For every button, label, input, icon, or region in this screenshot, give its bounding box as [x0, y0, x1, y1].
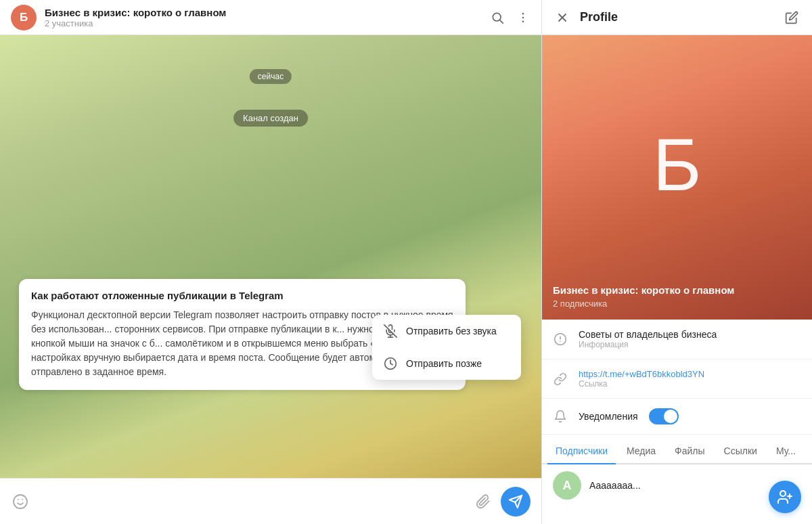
subscriber-avatar: А: [553, 471, 581, 500]
profile-name: Бизнес в кризис: коротко о главном: [553, 283, 801, 297]
svg-point-4: [522, 20, 524, 22]
info-link-sub: Ссылка: [579, 379, 801, 389]
system-time-message: сейчас: [250, 69, 292, 84]
search-icon[interactable]: [490, 10, 505, 25]
info-description-content: Советы от владельцев бизнеса Информация: [579, 329, 801, 349]
send-later-label: Отправить позже: [406, 358, 482, 369]
svg-line-1: [500, 20, 503, 23]
add-subscriber-fab[interactable]: [769, 481, 801, 513]
tab-media[interactable]: Медиа: [618, 439, 664, 464]
chat-background: сейчас Канал создан Как работают отложен…: [0, 35, 541, 478]
context-menu: Отправить без звука Отправить позже: [372, 315, 521, 380]
tab-more[interactable]: Му...: [768, 439, 804, 464]
subscribers-list: А Аааааааа...: [542, 464, 812, 524]
info-item-link: https://t.me/+wBdT6bkkobld3YN Ссылка: [542, 359, 812, 399]
svg-point-3: [522, 16, 524, 18]
chat-input-area: [0, 478, 541, 524]
link-icon: [553, 372, 568, 387]
info-description-sub: Информация: [579, 340, 801, 349]
chat-avatar[interactable]: Б: [11, 5, 37, 30]
chat-panel: Б Бизнес в кризис: коротко о главном 2 у…: [0, 0, 541, 524]
mute-icon: [383, 324, 398, 339]
profile-info: Советы от владельцев бизнеса Информация …: [542, 320, 812, 435]
tab-subscribers[interactable]: Подписчики: [547, 439, 616, 464]
svg-point-19: [780, 491, 786, 496]
profile-header: Profile: [542, 0, 812, 35]
message-input[interactable]: [38, 483, 466, 519]
more-icon[interactable]: [516, 10, 531, 25]
info-description-text: Советы от владельцев бизнеса: [579, 329, 801, 340]
svg-point-2: [522, 12, 524, 14]
subscriber-name: Аааааааа...: [589, 480, 641, 491]
header-actions: [490, 10, 531, 25]
profile-members: 2 подписчика: [553, 299, 801, 309]
avatar-letter: Б: [20, 11, 28, 24]
info-item-notifications: Уведомления: [542, 399, 812, 435]
chat-subtitle: 2 участника: [45, 18, 482, 28]
info-link-content: https://t.me/+wBdT6bkkobld3YN Ссылка: [579, 369, 801, 389]
subscriber-avatar-letter: А: [563, 479, 572, 493]
chat-bg-gradient: [0, 35, 541, 478]
emoji-button[interactable]: [11, 492, 30, 511]
send-silent-label: Отправить без звука: [406, 326, 497, 336]
attach-button[interactable]: [474, 492, 493, 511]
info-item-description: Советы от владельцев бизнеса Информация: [542, 320, 812, 359]
profile-title: Profile: [580, 10, 774, 24]
channel-created-message: Канал создан: [233, 110, 308, 127]
send-later-item[interactable]: Отправить позже: [372, 347, 521, 380]
info-circle-icon: [553, 332, 568, 347]
bell-icon: [553, 409, 568, 424]
message-title: Как работают отложенные публикации в Tel…: [31, 290, 453, 301]
profile-avatar-letter: Б: [652, 121, 701, 207]
profile-tabs: Подписчики Медиа Файлы Ссылки Му...: [542, 435, 812, 464]
chat-title: Бизнес в кризис: коротко о главном: [45, 7, 369, 18]
notifications-label: Уведомления: [579, 411, 638, 422]
svg-point-9: [14, 495, 27, 508]
send-button[interactable]: [501, 487, 531, 517]
edit-button[interactable]: [782, 8, 801, 27]
close-button[interactable]: [553, 8, 572, 27]
profile-avatar-section: Б Бизнес в кризис: коротко о главном 2 п…: [542, 35, 812, 320]
clock-icon: [383, 356, 398, 371]
chat-header: Б Бизнес в кризис: коротко о главном 2 у…: [0, 0, 541, 35]
chat-info: Бизнес в кризис: коротко о главном 2 уча…: [45, 7, 482, 28]
info-link-text[interactable]: https://t.me/+wBdT6bkkobld3YN: [579, 369, 801, 379]
notifications-toggle[interactable]: [649, 408, 679, 424]
tab-links[interactable]: Ссылки: [716, 439, 765, 464]
profile-panel: Profile Б Бизнес в кризис: коротко о гла…: [541, 0, 812, 524]
tab-files[interactable]: Файлы: [667, 439, 713, 464]
send-silent-item[interactable]: Отправить без звука: [372, 315, 521, 347]
